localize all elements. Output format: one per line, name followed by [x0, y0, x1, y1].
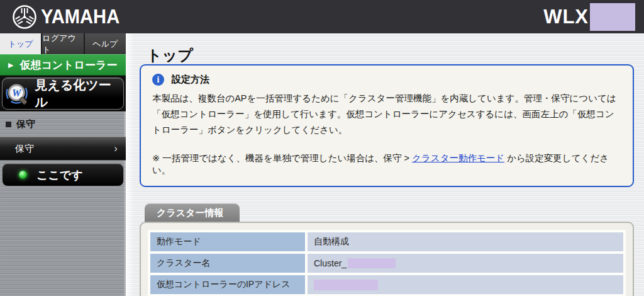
ip-address-redaction	[314, 280, 378, 290]
setup-info-box: i 設定方法 本製品は、複数台のAPを一括管理するために「クラスター管理機能」を…	[140, 64, 634, 187]
tool-zone: W 見える化ツール	[0, 76, 126, 111]
maintenance-section-label: 保守	[16, 118, 35, 130]
virtual-controller-label: 仮想コントローラー	[19, 58, 117, 72]
virtual-controller-button[interactable]: ▶ 仮想コントローラー	[0, 54, 126, 76]
brand-name: YAMAHA	[41, 6, 119, 28]
app-header: YAMAHA WLX	[0, 0, 644, 33]
cluster-info-table: 動作モード 自動構成 クラスター名 Cluster_ 仮想コン	[148, 230, 626, 296]
table-row: クラスター名 Cluster_	[150, 254, 623, 273]
brand: YAMAHA	[11, 4, 125, 30]
note-prefix: ※ 一括管理ではなく、機器を単独で管理したい場合は、保守 >	[152, 153, 412, 163]
page-title: トップ	[140, 33, 634, 64]
info-icon: i	[152, 74, 164, 86]
model-name: WLX	[543, 6, 589, 28]
svg-text:W: W	[12, 86, 22, 98]
cluster-info-section-tab: クラスター情報	[145, 203, 240, 222]
nav-tabs: トップ ログアウト ヘルプ	[0, 33, 126, 54]
status-dot-icon	[19, 171, 27, 179]
row-value: 自動構成	[308, 232, 623, 251]
main-content: トップ i 設定方法 本製品は、複数台のAPを一括管理するために「クラスター管理…	[126, 33, 644, 296]
info-box-title: 設定方法	[172, 74, 209, 86]
row-label: 仮想コントローラーのIPアドレス	[150, 275, 305, 294]
row-label: 動作モード	[150, 232, 305, 251]
info-box-note: ※ 一括管理ではなく、機器を単独で管理したい場合は、保守 > クラスター動作モー…	[152, 152, 621, 176]
cluster-info-panel: 動作モード 自動構成 クラスター名 Cluster_ 仮想コン	[140, 222, 634, 296]
maintenance-item-label: 保守	[15, 143, 34, 155]
table-row: 仮想コントローラーのIPアドレス	[150, 275, 623, 294]
here-button[interactable]: ここです	[2, 163, 124, 186]
row-value: Cluster_	[308, 254, 623, 273]
info-box-body: 本製品は、複数台のAPを一括管理するために「クラスター管理機能」を内蔵しています…	[152, 91, 621, 138]
yamaha-logo-icon	[11, 4, 38, 30]
info-box-header: i 設定方法	[152, 74, 621, 86]
cluster-mode-link[interactable]: クラスター動作モード	[412, 153, 504, 163]
table-row: 動作モード 自動構成	[150, 232, 623, 251]
maintenance-section-header: 保守	[0, 111, 126, 135]
row-value	[308, 275, 623, 294]
sidebar: トップ ログアウト ヘルプ ▶ 仮想コントローラー W 見える化ツール	[0, 33, 126, 296]
visualization-tool-button[interactable]: W 見える化ツール	[2, 77, 124, 110]
row-label: クラスター名	[150, 254, 305, 273]
model-area: WLX	[543, 3, 635, 31]
tab-top[interactable]: トップ	[0, 33, 41, 54]
model-number-redaction	[590, 3, 635, 31]
chevron-right-icon: ›	[114, 142, 118, 155]
cluster-name-prefix: Cluster_	[314, 258, 347, 268]
visualization-tool-label: 見える化ツール	[35, 77, 121, 111]
visualization-tool-icon: W	[5, 80, 30, 108]
sidebar-maintenance-area: 保守 保守 › ここです	[0, 111, 126, 296]
maintenance-menu-item[interactable]: 保守 ›	[0, 137, 126, 161]
here-button-label: ここです	[36, 168, 83, 183]
cluster-name-redaction	[348, 258, 396, 268]
section-bullet-icon	[6, 122, 11, 127]
tab-help[interactable]: ヘルプ	[85, 33, 126, 54]
tab-logout[interactable]: ログアウト	[42, 33, 83, 54]
play-arrow-icon: ▶	[8, 61, 13, 69]
